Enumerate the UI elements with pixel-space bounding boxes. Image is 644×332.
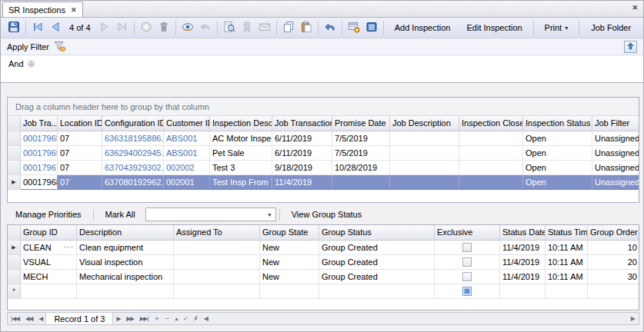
column-header[interactable]: Status Date (500, 225, 546, 241)
attachment-button[interactable] (239, 19, 255, 36)
grid-cell[interactable] (459, 146, 523, 161)
column-header[interactable]: Inspection Status (523, 116, 592, 131)
column-header[interactable]: Location ID (58, 116, 102, 131)
table-row[interactable]: 0001796507636294002945...ABS001Pet Sale6… (8, 146, 639, 161)
revert-button[interactable] (197, 19, 214, 36)
column-header[interactable]: Inspection Descr... (210, 116, 272, 131)
grid-cell[interactable]: Group Created (319, 255, 435, 270)
grid-cell[interactable]: 002002 (164, 161, 210, 175)
nav-edit-button[interactable]: ▴ (172, 313, 180, 324)
last-record-button[interactable] (114, 19, 131, 36)
filter-panel-toggle-button[interactable] (624, 41, 637, 53)
grid-cell[interactable] (435, 241, 500, 255)
grid-cell[interactable] (435, 284, 500, 299)
grid-cell[interactable]: Test Insp From T... (210, 175, 272, 190)
preview-button[interactable] (221, 19, 238, 36)
column-header[interactable]: Job Filter (592, 116, 639, 131)
grid-cell[interactable] (588, 284, 639, 299)
grid-cell[interactable]: CLEAN··· (21, 241, 77, 255)
grid-cell[interactable]: Pet Sale (210, 146, 272, 161)
grid-cell[interactable] (174, 270, 260, 284)
table-row[interactable]: ▶CLEAN···Clean equipmentNewGroup Created… (8, 241, 639, 255)
grid-cell[interactable]: Group Created (319, 241, 435, 255)
exclusive-checkbox-new-icon[interactable] (462, 287, 472, 296)
grid-cell[interactable] (174, 255, 260, 270)
table-row[interactable]: ▶0001796807637080192962...002001Test Ins… (8, 175, 639, 190)
grid-cell[interactable] (459, 131, 523, 146)
nav-last-button[interactable]: ▶▶| (137, 313, 152, 324)
grid-cell[interactable] (77, 284, 174, 299)
filter-funnel-icon[interactable] (54, 41, 65, 53)
add-record-button[interactable] (138, 19, 155, 36)
grid-cell[interactable] (390, 175, 459, 190)
grid-cell[interactable] (390, 146, 459, 161)
grid-cell[interactable] (435, 255, 500, 270)
nav-append-button[interactable]: + (152, 313, 162, 324)
grid-cell[interactable]: ABS001 (164, 131, 210, 146)
column-header[interactable]: Exclusive (435, 225, 500, 241)
view-button[interactable] (179, 19, 196, 36)
table-row[interactable]: 0001796707637043929302...002002Test 39/1… (8, 161, 639, 175)
grid-cell[interactable]: New (260, 255, 319, 270)
grid-cell[interactable]: Group Created (319, 270, 435, 284)
grid-cell[interactable] (332, 175, 390, 190)
layout-list-button[interactable] (363, 19, 380, 36)
grid-cell[interactable]: ABS001 (164, 146, 210, 161)
mark-all-button[interactable]: Mark All (97, 207, 144, 222)
nav-first-button[interactable]: |◀◀ (8, 313, 22, 324)
exclusive-checkbox[interactable] (462, 272, 472, 281)
grid-cell[interactable] (390, 131, 459, 146)
grid-cell[interactable]: 30 (588, 270, 639, 284)
tab-sr-inspections[interactable]: SR Inspections ✕ (2, 2, 83, 17)
scroll-left-button[interactable]: ◀ (201, 313, 212, 324)
grid-cell[interactable]: 7/5/2019 (332, 146, 390, 161)
nav-next-button[interactable]: ▶ (113, 313, 123, 324)
grid-cell[interactable]: 00017965 (21, 131, 58, 146)
grid-cell[interactable]: 07 (58, 146, 102, 161)
grid-cell[interactable] (500, 284, 546, 299)
grid-cell[interactable] (319, 284, 435, 299)
column-header[interactable]: Job Tra... (21, 116, 58, 131)
grid-cell[interactable]: 6/11/2019 (272, 146, 332, 161)
nav-delete-button[interactable]: − (162, 313, 172, 324)
grid-cell[interactable]: 10:11 AM (546, 255, 588, 270)
paste-button[interactable] (298, 19, 315, 36)
grid-cell[interactable]: Unassigned (592, 161, 639, 175)
grid-cell[interactable]: New (260, 241, 319, 255)
grid-cell[interactable]: 7/5/2019 (332, 131, 390, 146)
job-folder-button[interactable]: Job Folder (583, 19, 639, 36)
grid-settings-button[interactable] (345, 19, 362, 36)
column-header[interactable]: Assigned To (174, 225, 260, 241)
nav-end-edit-button[interactable]: ✓ (180, 313, 190, 324)
column-header[interactable]: Group State (260, 225, 319, 241)
grid-cell[interactable]: 636294002945... (102, 146, 164, 161)
column-header[interactable]: Group Order (588, 225, 639, 241)
add-inspection-button[interactable]: Add Inspection (387, 19, 459, 36)
grid-cell[interactable]: 637043929302... (102, 161, 164, 175)
grid-cell[interactable]: Unassigned (592, 175, 639, 190)
grid-cell[interactable]: Open (523, 131, 592, 146)
nav-prev-button[interactable]: ◀ (36, 313, 46, 324)
first-record-button[interactable] (29, 19, 46, 36)
grid-cell[interactable]: Open (523, 146, 592, 161)
column-header[interactable]: Group ID (21, 225, 77, 241)
column-header[interactable]: Job Transaction ... (272, 116, 332, 131)
nav-prev-page-button[interactable]: ◀◀ (22, 313, 36, 324)
exclusive-checkbox[interactable] (462, 243, 472, 252)
grid-cell[interactable]: Unassigned (592, 146, 639, 161)
table-row[interactable]: MECHMechanical inspectionNewGroup Create… (8, 270, 639, 284)
grid-cell[interactable]: 637080192962... (102, 175, 164, 190)
grid-cell[interactable]: VSUAL (21, 255, 77, 270)
column-header[interactable]: Promise Date (332, 116, 390, 131)
grid-cell[interactable]: Unassigned (592, 131, 639, 146)
table-row[interactable]: 0001796507636318195886...ABS001AC Motor … (8, 131, 639, 146)
grid-cell[interactable] (546, 284, 588, 299)
grid-cell[interactable]: 11/4/2019 (500, 270, 546, 284)
column-header[interactable]: Inspection Close... (459, 116, 523, 131)
print-button[interactable]: Print▾ (537, 19, 576, 36)
grid-cell[interactable]: 07 (58, 175, 102, 190)
grid-cell[interactable]: MECH (21, 270, 77, 284)
grid-cell[interactable]: 07 (58, 131, 102, 146)
grid-cell[interactable]: AC Motor Inspec... (210, 131, 272, 146)
column-header[interactable]: Status Time (546, 225, 588, 241)
